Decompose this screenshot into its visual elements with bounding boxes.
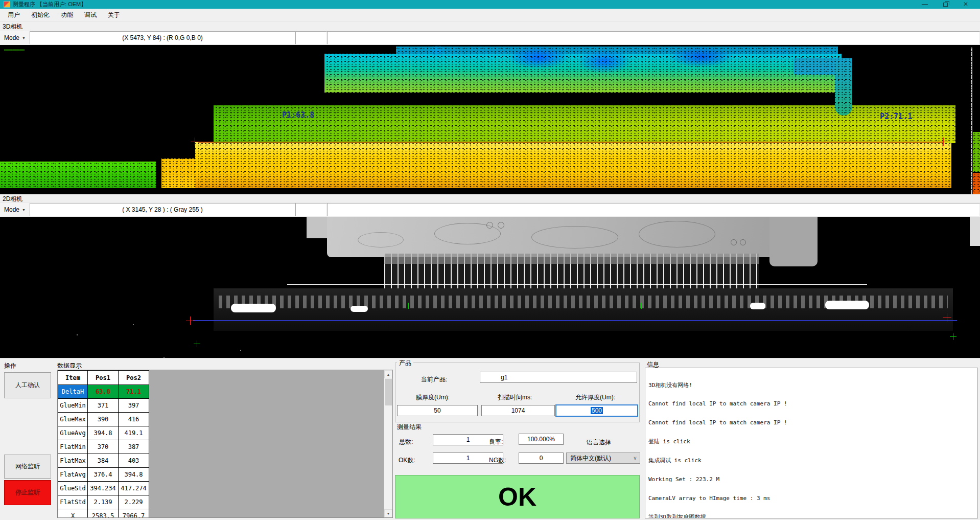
film-thickness-field[interactable]: 50: [397, 405, 478, 416]
combo-arrow-icon: ˅: [631, 456, 640, 461]
pcb-trace: [358, 232, 404, 247]
scroll-up-icon[interactable]: ▲: [384, 370, 392, 378]
solder-blob-right: [825, 301, 869, 309]
stop-listen-button[interactable]: 停止监听: [4, 480, 51, 505]
table-row[interactable]: FlatAvg 376.4 394.8: [58, 468, 149, 482]
menu-item-about[interactable]: 关于: [102, 9, 126, 21]
pcb-trace: [531, 226, 618, 248]
maximize-icon: [943, 3, 948, 7]
marker-cross-green-right: [950, 333, 956, 340]
table-header-row: Item Pos1 Pos2: [58, 371, 149, 385]
data-display-label: 数据显示: [57, 361, 82, 370]
ng-count-label: NG数:: [489, 456, 506, 465]
allowed-thickness-field[interactable]: 500: [555, 404, 638, 417]
marker-cross-left: [191, 138, 199, 146]
camera2d-pixel-status: ( X 3145, Y 28 ) : ( Gray 255 ): [30, 203, 295, 216]
green-tick: [408, 303, 409, 309]
minimize-button[interactable]: —: [915, 0, 935, 9]
scrollbar-thumb[interactable]: [385, 379, 392, 405]
camera3d-mode-bar: Mode ▼ (X 5473, Y 84) : (R 0,G 0,B 0): [0, 31, 980, 44]
result-status-banner: OK: [395, 475, 640, 518]
manual-confirm-button[interactable]: 人工确认: [4, 372, 51, 398]
connector-housing: [384, 254, 759, 264]
language-dropdown[interactable]: 简体中文(默认) ˅: [566, 453, 640, 464]
connector-base-bar: [214, 288, 953, 331]
log-line: 集成调试 is click: [648, 458, 977, 464]
menu-item-debug[interactable]: 调试: [79, 9, 102, 21]
camera2d-viewport[interactable]: [0, 217, 980, 358]
table-row[interactable]: DeltaH 63.8 71.1: [58, 385, 149, 399]
camera3d-status-cell-empty: [295, 31, 327, 44]
ok-count-label: OK数:: [399, 456, 415, 465]
scroll-down-icon[interactable]: ▼: [384, 509, 392, 517]
p2-annotation: P2:71.1: [880, 112, 912, 121]
log-output[interactable]: 3D相机没有网络! Cannot find local IP to match …: [645, 368, 978, 518]
pcb-right-tab: [769, 217, 818, 266]
table-row[interactable]: GlueAvg 394.8 419.1: [58, 426, 149, 440]
camera2d-status-cell-empty: [295, 203, 327, 216]
pcb-fiducial: [740, 239, 746, 245]
current-product-field[interactable]: g1: [480, 372, 637, 383]
camera3d-viewport[interactable]: P1:63.8 P2:71.1: [0, 45, 980, 194]
pcb-trace: [639, 221, 715, 247]
camera2d-mode-button[interactable]: Mode ▼: [0, 203, 30, 216]
green-tick: [641, 303, 642, 309]
menu-item-init[interactable]: 初始化: [26, 9, 55, 21]
network-listen-button[interactable]: 网络监听: [4, 455, 51, 479]
dust-specks: [77, 334, 78, 335]
language-select-label: 语言选择: [587, 438, 611, 447]
total-label: 总数:: [399, 438, 413, 446]
yield-label: 良率:: [489, 438, 503, 446]
scan-time-field[interactable]: 1074: [481, 405, 555, 416]
log-line: Cannot find local IP to match camera IP …: [648, 401, 977, 407]
camera3d-pixel-status: (X 5473, Y 84) : (R 0,G 0,B 0): [30, 31, 295, 44]
chevron-down-icon: ▼: [22, 208, 26, 212]
application-window: 测量程序 【当前用户: OEM】 — ✕ 用户 初始化 功能 调试 关于 3D相…: [0, 0, 980, 520]
yield-field[interactable]: 100.000%: [519, 434, 564, 445]
measure-baseline-blue: [193, 320, 957, 321]
table-row[interactable]: GlueMin 371 397: [58, 399, 149, 413]
col-header-pos2: Pos2: [119, 371, 149, 385]
log-line: 3D相机没有网络!: [648, 382, 977, 389]
maximize-button[interactable]: [935, 0, 955, 9]
pcb-fiducial: [486, 222, 493, 229]
film-thickness-label: 膜厚度(Um):: [416, 393, 450, 402]
table-row[interactable]: FlatStd 2.139 2.229: [58, 495, 149, 509]
reflective-edge-line: [287, 284, 867, 285]
marker-cross-right: [939, 138, 948, 146]
app-icon: [4, 2, 10, 7]
data-grid-panel: Item Pos1 Pos2 DeltaH 63.8 71.1 GlueMin …: [57, 370, 393, 518]
menu-item-user[interactable]: 用户: [2, 9, 26, 21]
log-line: Working Set : 223.2 M: [648, 477, 977, 483]
table-row[interactable]: GlueMax 390 416: [58, 413, 149, 426]
noise-speckle-overlay: [0, 45, 980, 194]
product-group-label: 产品: [397, 359, 413, 368]
p1-annotation: P1:63.8: [282, 110, 314, 120]
camera3d-mode-button[interactable]: Mode ▼: [0, 31, 30, 44]
table-row[interactable]: FlatMin 370 387: [58, 440, 149, 454]
table-row[interactable]: FlatMax 384 403: [58, 454, 149, 468]
menu-bar: 用户 初始化 功能 调试 关于: [0, 9, 980, 21]
marker-cross-right: [943, 313, 951, 322]
bottom-panel: 操作 人工确认 网络监听 停止监听 数据显示 Item Pos1 Pos2 De…: [0, 358, 980, 520]
close-button[interactable]: ✕: [955, 0, 976, 9]
log-line: 等到3D取到灰度图数据。: [648, 514, 977, 518]
log-line: CameraLV array to HImage time : 3 ms: [648, 495, 977, 502]
table-scrollbar[interactable]: ▲ ▼: [384, 370, 392, 517]
col-header-pos1: Pos1: [88, 371, 119, 385]
marker-cross-left: [186, 316, 195, 325]
ng-count-field[interactable]: 0: [519, 453, 564, 464]
chevron-down-icon: ▼: [22, 36, 26, 40]
table-row[interactable]: X 2583.5 7966.7: [58, 509, 149, 518]
camera3d-status-cell-rest: [327, 31, 980, 44]
solder-blob-small: [750, 303, 765, 309]
table-row[interactable]: GlueStd 394.234 417.274: [58, 482, 149, 495]
camera3d-label: 3D相机: [3, 22, 22, 31]
edge-white-strip: [970, 217, 980, 246]
pcb-fiducial: [731, 239, 737, 245]
title-bar: 测量程序 【当前用户: OEM】 — ✕: [0, 0, 980, 9]
results-label: 测量结果: [397, 423, 422, 432]
menu-item-function[interactable]: 功能: [55, 9, 79, 21]
profile-measure-line: [198, 142, 944, 143]
scan-time-label: 扫描时间ms:: [498, 393, 532, 402]
